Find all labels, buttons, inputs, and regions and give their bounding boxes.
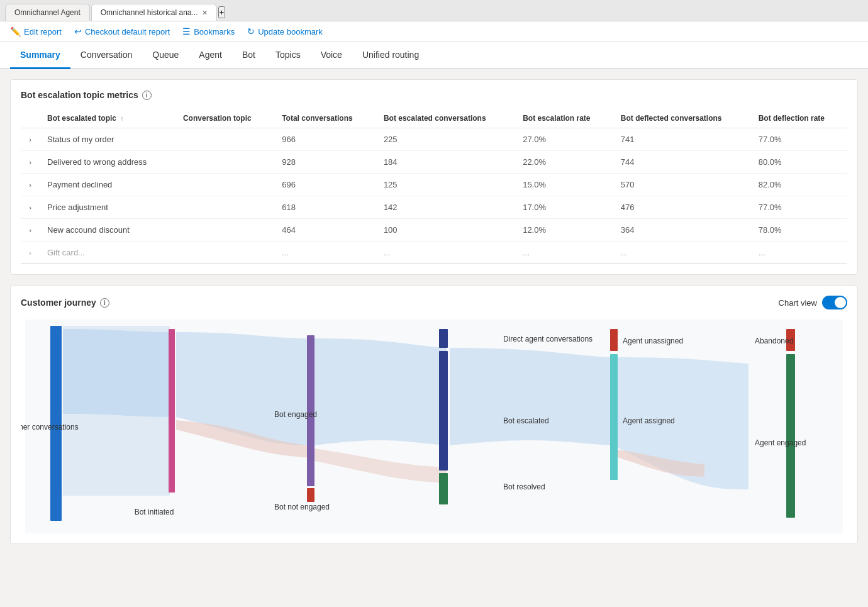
col-deflection-rate[interactable]: Bot deflection rate <box>751 109 847 128</box>
expand-col <box>21 109 40 128</box>
edit-report-button[interactable]: ✏️ Edit report <box>10 26 62 36</box>
expand-chevron-icon[interactable]: › <box>29 249 31 257</box>
chart-view-toggle-switch[interactable] <box>822 296 847 309</box>
info-icon[interactable]: i <box>142 91 152 100</box>
escalated-cell: 142 <box>376 196 515 219</box>
label-agent-assigned: Agent assigned <box>623 416 675 425</box>
bot-table-wrapper[interactable]: Bot escalated topic ↑ Conversation topic… <box>21 109 847 264</box>
bookmarks-button[interactable]: ☰ Bookmarks <box>182 26 235 36</box>
label-agent-unassigned: Agent unassigned <box>623 337 683 345</box>
update-bookmark-button[interactable]: ↻ Update bookmark <box>247 26 323 36</box>
escalated-cell: ... <box>376 242 515 264</box>
new-tab-button[interactable]: + <box>218 6 226 18</box>
col-deflected-conversations[interactable]: Bot deflected conversations <box>613 109 751 128</box>
total-cell: 696 <box>274 174 376 196</box>
conversation-topic-cell <box>175 242 274 264</box>
expand-chevron-icon[interactable]: › <box>29 181 31 189</box>
deflected-cell: 364 <box>613 219 751 242</box>
chart-view-label: Chart view <box>779 298 817 308</box>
deflection-rate-cell: 77.0% <box>751 196 847 219</box>
expand-chevron-icon[interactable]: › <box>29 204 31 211</box>
expand-cell[interactable]: › <box>21 128 40 151</box>
col-total-conversations[interactable]: Total conversations <box>274 109 376 128</box>
expand-chevron-icon[interactable]: › <box>29 159 31 166</box>
edit-icon: ✏️ <box>10 26 21 36</box>
tab-queue[interactable]: Queue <box>142 42 189 69</box>
bookmarks-label: Bookmarks <box>194 27 235 36</box>
node-agent-unassigned <box>610 329 618 351</box>
label-customer-conversations: Customer conversations <box>21 423 79 432</box>
tab-topics[interactable]: Topics <box>265 42 311 69</box>
tab-summary[interactable]: Summary <box>10 42 70 69</box>
tab-bot[interactable]: Bot <box>232 42 265 69</box>
tab-unified-routing[interactable]: Unified routing <box>352 42 429 69</box>
sort-icon: ↑ <box>120 115 123 122</box>
topic-cell: New accound discount <box>40 219 175 242</box>
node-bot-escalated <box>439 351 448 471</box>
col-bot-escalated-topic[interactable]: Bot escalated topic ↑ <box>40 109 175 128</box>
tab-label: Omnichannel Agent <box>14 8 81 17</box>
expand-cell[interactable]: › <box>21 174 40 196</box>
expand-chevron-icon[interactable]: › <box>29 226 31 234</box>
bot-escalation-title: Bot escalation topic metrics i <box>21 90 847 100</box>
checkout-button[interactable]: ↩ Checkout default report <box>74 26 170 36</box>
deflected-cell: 744 <box>613 151 751 174</box>
node-bot-initiated <box>169 329 175 493</box>
table-row: › Status of my order 966 225 27.0% 741 7… <box>21 128 847 151</box>
tab-conversation[interactable]: Conversation <box>70 42 143 69</box>
label-direct-agent: Direct agent conversations <box>503 335 593 343</box>
deflection-rate-cell: 82.0% <box>751 174 847 196</box>
label-agent-engaged: Agent engaged <box>755 438 806 447</box>
node-bot-resolved <box>439 473 448 504</box>
total-cell: 464 <box>274 219 376 242</box>
escalation-rate-cell: 27.0% <box>515 128 613 151</box>
expand-cell[interactable]: › <box>21 151 40 174</box>
chart-view-toggle: Chart view <box>779 296 847 309</box>
table-row: › Payment declined 696 125 15.0% 570 82.… <box>21 174 847 196</box>
update-bookmark-label: Update bookmark <box>258 27 323 36</box>
col-conversation-topic[interactable]: Conversation topic <box>175 109 274 128</box>
expand-cell[interactable]: › <box>21 242 40 264</box>
deflected-cell: 570 <box>613 174 751 196</box>
journey-title: Customer journey i <box>21 298 109 308</box>
escalated-cell: 100 <box>376 219 515 242</box>
main-content: Bot escalation topic metrics i Bot escal… <box>0 69 868 572</box>
escalation-rate-cell: 22.0% <box>515 151 613 174</box>
expand-cell[interactable]: › <box>21 196 40 219</box>
node-direct-agent <box>439 329 448 348</box>
sankey-diagram: Customer conversations Bot initiated Bot… <box>21 320 847 533</box>
close-tab-icon[interactable]: ✕ <box>202 9 208 17</box>
app-toolbar: ✏️ Edit report ↩ Checkout default report… <box>0 21 868 42</box>
checkout-icon: ↩ <box>74 26 82 36</box>
bookmarks-icon: ☰ <box>182 26 191 36</box>
bot-escalation-table: Bot escalated topic ↑ Conversation topic… <box>21 109 847 264</box>
edit-report-label: Edit report <box>24 27 62 36</box>
tab-agent[interactable]: Agent <box>189 42 232 69</box>
escalated-cell: 225 <box>376 128 515 151</box>
expand-chevron-icon[interactable]: › <box>29 136 31 143</box>
node-agent-assigned <box>610 354 618 480</box>
total-cell: 966 <box>274 128 376 151</box>
topic-cell: Payment declined <box>40 174 175 196</box>
browser-tab-agent[interactable]: Omnichannel Agent <box>5 4 90 21</box>
tab-label: Omnichannel historical ana... <box>101 8 198 17</box>
label-bot-not-engaged: Bot not engaged <box>274 503 330 511</box>
escalation-rate-cell: 15.0% <box>515 174 613 196</box>
deflected-cell: 476 <box>613 196 751 219</box>
browser-chrome: Omnichannel Agent Omnichannel historical… <box>0 0 868 21</box>
col-escalation-rate[interactable]: Bot escalation rate <box>515 109 613 128</box>
tab-voice[interactable]: Voice <box>311 42 352 69</box>
expand-cell[interactable]: › <box>21 219 40 242</box>
total-cell: 618 <box>274 196 376 219</box>
sankey-svg: Customer conversations Bot initiated Bot… <box>21 320 847 533</box>
label-bot-escalated: Bot escalated <box>503 416 549 425</box>
browser-tab-historical[interactable]: Omnichannel historical ana... ✕ <box>91 4 217 21</box>
journey-info-icon[interactable]: i <box>100 298 109 308</box>
refresh-icon: ↻ <box>247 26 255 36</box>
table-row: › Gift card... ... ... ... ... ... <box>21 242 847 264</box>
node-agent-engaged <box>786 354 795 518</box>
node-bot-not-engaged <box>307 488 314 502</box>
topic-cell: Status of my order <box>40 128 175 151</box>
deflected-cell: ... <box>613 242 751 264</box>
col-bot-escalated-conversations[interactable]: Bot escalated conversations <box>376 109 515 128</box>
